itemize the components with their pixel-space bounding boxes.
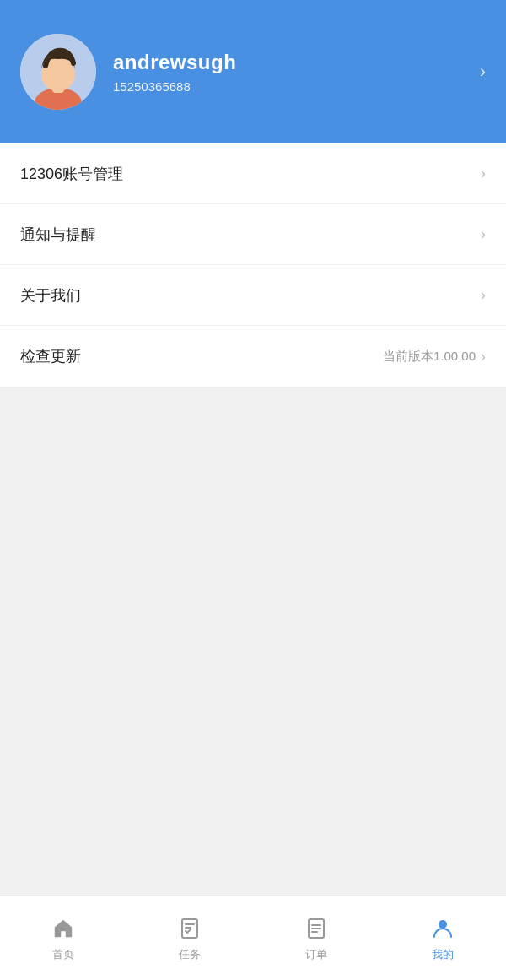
notification-chevron-icon: › [481, 225, 486, 243]
menu-item-account-right: › [481, 165, 486, 182]
menu-item-notification-right: › [481, 225, 486, 243]
mine-icon [429, 915, 456, 942]
tab-home-label: 首页 [52, 947, 74, 962]
menu-item-about[interactable]: 关于我们 › [0, 265, 506, 326]
menu-item-account[interactable]: 12306账号管理 › [0, 143, 506, 204]
home-icon [50, 915, 77, 942]
profile-phone: 15250365688 [113, 79, 480, 94]
order-icon [303, 915, 330, 942]
menu-item-update-label: 检查更新 [20, 346, 81, 366]
menu-item-about-right: › [481, 286, 486, 304]
menu-item-about-label: 关于我们 [20, 285, 81, 306]
tab-task-label: 任务 [179, 947, 201, 962]
menu-item-account-label: 12306账号管理 [20, 164, 123, 184]
about-chevron-icon: › [481, 286, 486, 304]
tab-task[interactable]: 任务 [126, 896, 253, 980]
menu-item-notification[interactable]: 通知与提醒 › [0, 204, 506, 265]
avatar [20, 34, 96, 110]
menu-item-update[interactable]: 检查更新 当前版本1.00.00 › [0, 326, 506, 387]
menu-item-notification-label: 通知与提醒 [20, 225, 96, 245]
profile-username: andrewsugh [113, 51, 480, 74]
menu-item-update-right: 当前版本1.00.00 › [383, 348, 486, 365]
tab-order[interactable]: 订单 [253, 896, 380, 980]
svg-point-6 [439, 920, 447, 929]
profile-info: andrewsugh 15250365688 [113, 51, 480, 94]
tab-mine[interactable]: 我的 [380, 896, 506, 980]
profile-header[interactable]: andrewsugh 15250365688 › [0, 0, 506, 143]
account-chevron-icon: › [481, 165, 486, 182]
content-spacer [0, 387, 506, 758]
tab-home[interactable]: 首页 [0, 896, 126, 980]
update-chevron-icon: › [481, 348, 486, 365]
tab-order-label: 订单 [305, 947, 327, 962]
menu-section: 12306账号管理 › 通知与提醒 › 关于我们 › 检查更新 当前版本1.00… [0, 143, 506, 387]
tab-mine-label: 我的 [432, 947, 454, 962]
task-icon [176, 915, 203, 942]
tab-bar: 首页 任务 订单 我的 [0, 896, 506, 980]
menu-item-update-value: 当前版本1.00.00 [383, 349, 476, 365]
profile-chevron-icon: › [480, 61, 486, 83]
